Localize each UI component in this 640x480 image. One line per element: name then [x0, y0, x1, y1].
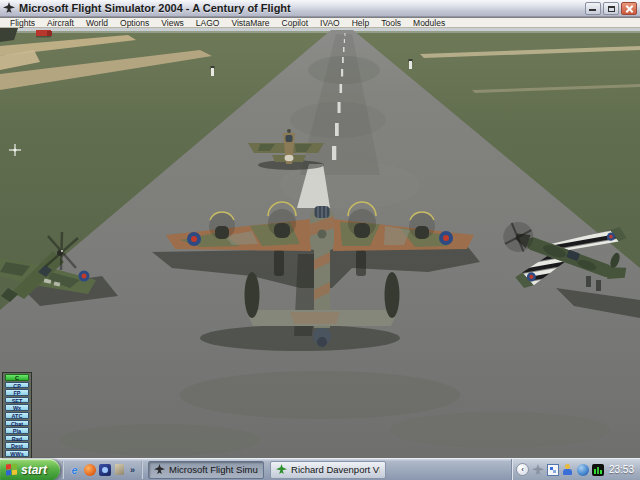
system-tray: ‹ 23:53 [511, 459, 640, 480]
fs-task-icon [154, 464, 165, 475]
window-title: Microsoft Flight Simulator 2004 - A Cent… [19, 2, 585, 14]
menu-item-tools[interactable]: Tools [375, 18, 407, 28]
window-titlebar[interactable]: Microsoft Flight Simulator 2004 - A Cent… [0, 0, 640, 17]
task-label: Richard Davenport VL... [291, 464, 380, 475]
ivap-wws-button[interactable]: WWs [5, 450, 29, 457]
ivap-rad-button[interactable]: Rad [5, 435, 29, 442]
quick-launch-bar: e » [66, 463, 139, 476]
minimize-icon [589, 9, 596, 11]
quick-launch-overflow-chevron[interactable]: » [128, 465, 137, 475]
ivap-toolbar-panel: C CP FP SET Wx ATC Chat Pla Rad Dest WWs [2, 372, 32, 462]
taskbar-divider [141, 461, 143, 479]
menu-item-flights[interactable]: Flights [4, 18, 41, 28]
tray-messenger-user-icon[interactable] [562, 464, 574, 476]
ivap-connect-button[interactable]: C [5, 374, 29, 381]
utility-app-icon[interactable] [113, 463, 126, 476]
menu-bar: Flights Aircraft World Options Views LAG… [0, 18, 640, 28]
ivap-pla-button[interactable]: Pla [5, 427, 29, 434]
menu-item-copilot[interactable]: Copilot [276, 18, 314, 28]
tray-plane-icon[interactable] [532, 464, 544, 476]
taskbar-divider [62, 461, 64, 479]
taskbar-clock: 23:53 [607, 464, 634, 475]
ivap-set-button[interactable]: SET [5, 397, 29, 404]
fs-scene-view[interactable] [0, 28, 640, 458]
tray-window-icon[interactable] [547, 464, 559, 476]
windows-taskbar: start e » Microsoft Flight Simul... Rich… [0, 458, 640, 480]
ivap-wx-button[interactable]: Wx [5, 404, 29, 411]
restore-icon [608, 6, 615, 12]
internet-explorer-icon[interactable]: e [68, 463, 81, 476]
tray-network-globe-icon[interactable] [577, 464, 589, 476]
menu-item-world[interactable]: World [80, 18, 114, 28]
ivap-fp-button[interactable]: FP [5, 389, 29, 396]
close-button[interactable] [621, 2, 637, 15]
tray-collapse-chevron[interactable]: ‹ [516, 463, 529, 476]
menu-item-help[interactable]: Help [346, 18, 375, 28]
start-button[interactable]: start [0, 459, 60, 480]
menu-item-ivao[interactable]: IVAO [314, 18, 346, 28]
task-button-richard-davenport[interactable]: Richard Davenport VL... [270, 461, 386, 479]
task-label: Microsoft Flight Simul... [169, 464, 258, 475]
menu-item-modules[interactable]: Modules [407, 18, 451, 28]
task-button-flight-simulator[interactable]: Microsoft Flight Simul... [148, 461, 264, 479]
fire-truck [36, 30, 52, 38]
ivap-chat-button[interactable]: Chat [5, 420, 29, 427]
desktop-screen: Microsoft Flight Simulator 2004 - A Cent… [0, 0, 640, 480]
green-plane-task-icon [276, 464, 287, 475]
ivap-atc-button[interactable]: ATC [5, 412, 29, 419]
messenger-app-icon[interactable] [98, 463, 111, 476]
minimize-button[interactable] [585, 2, 601, 15]
restore-button[interactable] [603, 2, 619, 15]
menu-item-aircraft[interactable]: Aircraft [41, 18, 80, 28]
fs2004-app-icon [3, 2, 15, 14]
windows-flag-icon [6, 463, 17, 475]
menu-item-vistamare[interactable]: VistaMare [225, 18, 275, 28]
ivap-cp-button[interactable]: CP [5, 382, 29, 389]
media-app-icon[interactable] [83, 463, 96, 476]
start-label: start [21, 463, 47, 477]
tray-activity-monitor-icon[interactable] [592, 464, 604, 476]
menu-item-options[interactable]: Options [114, 18, 155, 28]
menu-item-lago[interactable]: LAGO [190, 18, 226, 28]
ivap-dest-button[interactable]: Dest [5, 442, 29, 449]
menu-item-views[interactable]: Views [155, 18, 190, 28]
